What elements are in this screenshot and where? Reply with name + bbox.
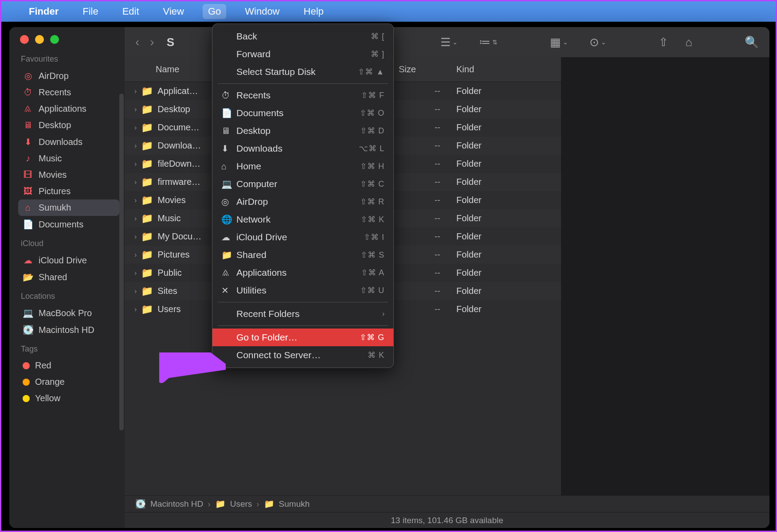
back-button[interactable]: ‹ [135,35,139,49]
minimize-button[interactable] [35,35,44,44]
empty-row [125,422,561,448]
menu-help[interactable]: Help [298,4,329,19]
menu-item-icon: ✕ [221,285,236,296]
disclosure-icon[interactable]: › [134,215,137,223]
menu-item-applications[interactable]: ⩓Applications⇧⌘ A [212,264,393,282]
sidebar-item-recents[interactable]: ⏱Recents [18,84,119,101]
sidebar-item-airdrop[interactable]: ◎AirDrop [18,67,119,84]
zoom-button[interactable] [50,35,59,44]
file-size: -- [391,230,448,243]
disclosure-icon[interactable]: › [134,251,137,259]
sidebar-item-orange[interactable]: Orange [18,374,119,390]
sidebar-item-icloud-drive[interactable]: ☁iCloud Drive [18,252,119,269]
gallery-icon[interactable]: ▦ ⌄ [550,35,568,49]
tag-dot-icon [23,362,30,369]
menu-item-label: Forward [236,49,371,59]
sidebar-item-label: Recents [39,87,71,98]
menu-item-label: Shared [236,250,361,260]
share-icon[interactable]: ⇧ [659,35,668,49]
path-seg[interactable]: Macintosh HD [150,499,203,509]
menu-item-back[interactable]: Back⌘ [ [212,27,393,45]
sidebar-item-movies[interactable]: 🎞Movies [18,167,119,183]
menu-item-documents[interactable]: 📄Documents⇧⌘ O [212,104,393,122]
disclosure-icon[interactable]: › [134,142,137,150]
menu-finder[interactable]: Finder [24,4,64,19]
menu-item-shared[interactable]: 📁Shared⇧⌘ S [212,246,393,264]
group-icon[interactable]: ≔ ⇅ [479,35,498,49]
file-name: fileDown… [157,159,200,169]
sidebar-section-title: Tags [21,344,119,354]
tag-dot-icon [23,395,30,402]
sidebar-scrollbar[interactable] [119,94,124,430]
file-size: -- [391,302,448,316]
sidebar-item-macbook-pro[interactable]: 💻MacBook Pro [18,305,119,321]
file-kind: Folder [448,248,561,262]
col-kind[interactable]: Kind [448,61,561,78]
menu-item-icon: 💻 [221,179,236,189]
pathbar[interactable]: 💽 Macintosh HD › 📁 Users › 📁 Sumukh [125,495,769,512]
menu-item-desktop[interactable]: 🖥Desktop⇧⌘ D [212,122,393,140]
menu-item-recent-folders[interactable]: Recent Folders› [212,305,393,323]
path-seg[interactable]: Users [230,499,252,509]
sidebar-item-music[interactable]: ♪Music [18,150,119,167]
menu-item-downloads[interactable]: ⬇Downloads⌥⌘ L [212,140,393,157]
menu-item-computer[interactable]: 💻Computer⇧⌘ C [212,175,393,193]
view-list-icon[interactable]: ☰ ⌄ [440,35,458,49]
menu-go[interactable]: Go [203,4,226,19]
disclosure-icon[interactable]: › [134,305,137,313]
file-name: firmware… [157,177,200,187]
sidebar-item-yellow[interactable]: Yellow [18,390,119,407]
sidebar-item-pictures[interactable]: 🖼Pictures [18,183,119,200]
disclosure-icon[interactable]: › [134,87,137,95]
menu-item-home[interactable]: ⌂Home⇧⌘ H [212,157,393,175]
col-size[interactable]: Size [391,61,448,78]
forward-button[interactable]: › [150,35,154,49]
action-icon[interactable]: ⊙ ⌄ [589,35,606,49]
menu-item-icon: ⬇ [221,143,236,154]
menu-item-label: Recents [236,90,361,101]
menu-file[interactable]: File [77,4,103,19]
disclosure-icon[interactable]: › [134,178,137,186]
disclosure-icon[interactable]: › [134,106,137,113]
sidebar-item-macintosh-hd[interactable]: 💽Macintosh HD [18,321,119,338]
close-button[interactable] [20,35,29,44]
sidebar-item-documents[interactable]: 📄Documents [18,216,119,233]
menu-item-recents[interactable]: ⏱Recents⇧⌘ F [212,86,393,104]
disclosure-icon[interactable]: › [134,269,137,277]
sidebar-item-label: Macintosh HD [39,325,94,335]
menu-shortcut: ⌘ [ [371,31,385,41]
disclosure-icon[interactable]: › [134,124,137,132]
tag-icon[interactable]: ⌂ [685,35,692,49]
sidebar-item-label: Desktop [39,120,71,130]
sidebar-section-title: iCloud [21,239,119,248]
sidebar-item-desktop[interactable]: 🖥Desktop [18,117,119,133]
disclosure-icon[interactable]: › [134,160,137,168]
sidebar-item-label: Pictures [39,186,71,196]
menu-item-utilities[interactable]: ✕Utilities⇧⌘ U [212,282,393,299]
menu-item-connect-to-server[interactable]: Connect to Server…⌘ K [212,346,393,364]
sidebar-section-title: Locations [21,292,119,301]
menu-item-airdrop[interactable]: ◎AirDrop⇧⌘ R [212,193,393,211]
sidebar-item-downloads[interactable]: ⬇Downloads [18,133,119,150]
menu-item-network[interactable]: 🌐Network⇧⌘ K [212,211,393,228]
disclosure-icon[interactable]: › [134,287,137,295]
menu-item-select-startup-disk[interactable]: Select Startup Disk⇧⌘ ▲ [212,63,393,81]
sidebar-item-shared[interactable]: 📂Shared [18,269,119,286]
menu-item-icloud-drive[interactable]: ☁iCloud Drive⇧⌘ I [212,228,393,246]
sidebar-item-sumukh[interactable]: ⌂Sumukh [18,200,119,216]
path-seg[interactable]: Sumukh [279,499,310,509]
menu-item-forward[interactable]: Forward⌘ ] [212,45,393,63]
search-icon[interactable]: 🔍 [745,35,759,49]
sidebar-item-red[interactable]: Red [18,357,119,374]
system-menubar: Finder File Edit View Go Window Help [1,1,776,22]
menu-window[interactable]: Window [239,4,285,19]
disclosure-icon[interactable]: › [134,233,137,241]
sidebar-item-label: Shared [39,272,67,282]
menu-item-go-to-folder[interactable]: Go to Folder…⇧⌘ G [212,329,393,346]
file-size: -- [391,193,448,207]
sidebar-item-applications[interactable]: ⩓Applications [18,101,119,117]
folder-icon: 📁 [141,122,153,133]
menu-view[interactable]: View [158,4,189,19]
menu-edit[interactable]: Edit [117,4,145,19]
disclosure-icon[interactable]: › [134,196,137,204]
